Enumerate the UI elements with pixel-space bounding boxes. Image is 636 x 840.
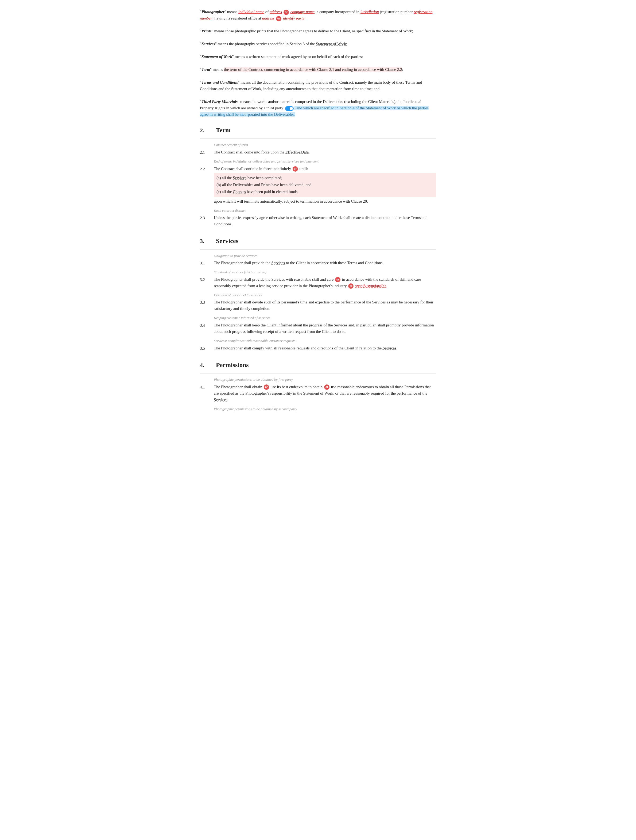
terms-conditions-definition: "Terms and Conditions" means all the doc… [200,79,436,92]
section-4-divider [200,373,436,374]
clause-2-2-item-a: (a) all the Services have been completed… [216,175,433,181]
services-term: Services [202,42,215,46]
clause-2-2-num: 2.2 [200,166,209,205]
clause-3-5: 3.5 The Photographer shall comply with a… [200,345,436,352]
annotation-devotion: Devotion of personnel to services [214,292,436,298]
term-definition: "Term" means the term of the Contract, c… [200,66,436,73]
annotation-photographic-second: Photographic permissions to be obtained … [214,406,436,412]
specify-standard-field: specify standard(s). [355,284,387,288]
annotation-end-of-term: End of term: indefinite, or deliverables… [214,158,436,164]
services-def-para: "Services" means the photography service… [200,41,436,47]
annotation-standard: Standard of services (B2C or mixed) [214,269,436,275]
section-3-divider [200,249,436,250]
section-2-title: Term [216,125,231,135]
annotation-keeping: Keeping customer informed of services [214,315,436,321]
section-4-title: Permissions [216,360,249,370]
services-ref-2a: Services [233,176,246,180]
clause-3-3: 3.3 The Photographer shall devote such o… [200,299,436,313]
annotation-photographic-first: Photographic permissions to be obtained … [214,377,436,382]
company-name-field: company name [290,9,315,14]
section-3-header: 3. Services [200,236,436,246]
clause-2-2-item-c: (c) all the Charges have been paid in cl… [216,188,433,195]
clause-3-5-num: 3.5 [200,345,209,352]
or-badge-3-2-1: or [335,277,340,282]
or-badge-4-1-1: or [264,384,269,390]
clause-2-1: 2.1 The Contract shall come into force u… [200,149,436,156]
prints-def-para: "Prints" means those photographic prints… [200,28,436,34]
clause-2-1-content: The Contract shall come into force upon … [214,149,436,156]
clause-4-1-content: The Photographer shall obtain or use its… [214,384,436,404]
term-def-para: "Term" means the term of the Contract, c… [200,66,436,73]
services-definition: "Services" means the photography service… [200,41,436,47]
clause-3-3-num: 3.3 [200,299,209,313]
section-3-title: Services [216,236,238,246]
term-highlight: the term of the Contract, commencing in … [224,67,402,72]
prints-term: Prints [202,29,212,33]
or-badge-3-2-2: or [348,283,354,289]
statement-def-para: "Statement of Work" means a written stat… [200,54,436,60]
section-4-header: 4. Permissions [200,360,436,370]
individual-name-field: individual name [238,9,264,14]
clause-2-2-items: (a) all the Services have been completed… [214,173,436,197]
clause-3-5-content: The Photographer shall comply with all r… [214,345,436,352]
toggle-switch[interactable] [285,106,294,111]
clause-2-1-num: 2.1 [200,149,209,156]
third-party-para: "Third Party Materials" means the works … [200,98,436,118]
address-field-2: address [262,16,274,21]
clause-2-2-item-b: (b) all the Deliverables and Prints have… [216,182,433,188]
photographer-definition: "Photographer" means individual name of … [200,9,436,21]
prints-definition: "Prints" means those photographic prints… [200,28,436,34]
clause-3-2-num: 3.2 [200,276,209,290]
annotation-obligation: Obligation to provide services [214,253,436,259]
clause-4-1: 4.1 The Photographer shall obtain or use… [200,384,436,404]
third-party-term: Third Party Materials [202,99,238,104]
annotation-each-contract: Each contract distinct [214,208,436,214]
clause-3-1-num: 3.1 [200,260,209,267]
clause-2-3-num: 2.3 [200,215,209,228]
section-3-num: 3. [200,236,209,246]
annotation-commencement: Commencement of term [214,142,436,148]
clause-2-2: 2.2 The Contract shall continue in force… [200,166,436,205]
registration-number-field: registration number [200,9,433,21]
clause-3-4-num: 3.4 [200,322,209,336]
statement-term: Statement of Work [202,55,232,59]
photographer-term: Photographer [202,9,225,14]
address-field-1: address [270,9,282,14]
identify-party-field: identify party [283,16,304,21]
statement-of-work-definition: "Statement of Work" means a written stat… [200,54,436,60]
clause-2-3-content: Unless the parties expressly agree other… [214,215,436,228]
clause-3-3-content: The Photographer shall devote such of it… [214,299,436,313]
terms-conditions-para: "Terms and Conditions" means all the doc… [200,79,436,92]
services-ref-3-1: Services [271,261,285,265]
photographer-def-para: "Photographer" means individual name of … [200,9,436,21]
clause-2-2-content: The Contract shall continue in force ind… [214,166,436,205]
or-badge-1: or [283,9,289,15]
third-party-definition: "Third Party Materials" means the works … [200,98,436,118]
term-term: Term [202,67,210,72]
clause-2-3: 2.3 Unless the parties expressly agree o… [200,215,436,228]
section-2-header: 2. Term [200,125,436,135]
charges-ref: Charges [233,189,246,194]
or-badge-2-2: or [293,166,298,172]
section-2-num: 2. [200,126,209,135]
statement-of-work-ref: Statement of Work [316,42,346,46]
clause-3-4: 3.4 The Photographer shall keep the Clie… [200,322,436,336]
services-ref-3-5: Services [383,346,396,350]
or-badge-2: or [276,16,282,21]
clause-4-1-num: 4.1 [200,384,209,404]
clause-3-4-content: The Photographer shall keep the Client i… [214,322,436,336]
section-4-num: 4. [200,360,209,370]
annotation-compliance: Services: compliance with reasonable cus… [214,338,436,344]
effective-date-ref: Effective Date [285,150,309,154]
terms-conditions-term: Terms and Conditions [202,80,238,84]
or-badge-4-1-2: or [324,384,329,390]
services-ref-3-2: Services [271,277,285,281]
clause-3-1-content: The Photographer shall provide the Servi… [214,260,436,267]
third-party-highlight: , and which are specified in Section 4 o… [200,106,429,117]
clause-3-1: 3.1 The Photographer shall provide the S… [200,260,436,267]
clause-3-2: 3.2 The Photographer shall provide the S… [200,276,436,290]
services-ref-4-1: Services [214,398,227,402]
jurisdiction-field: jurisdiction [361,9,379,14]
clause-3-2-content: The Photographer shall provide the Servi… [214,276,436,290]
